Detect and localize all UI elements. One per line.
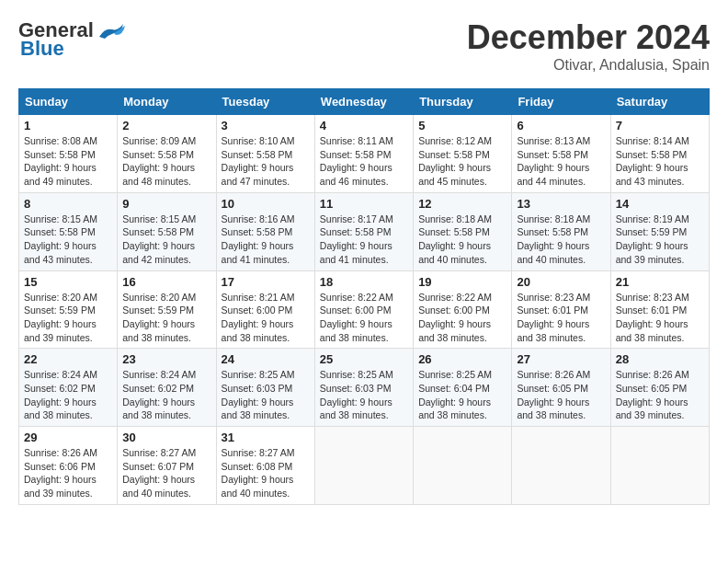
day-info: Sunrise: 8:25 AM Sunset: 6:03 PM Dayligh…	[320, 368, 408, 422]
day-number: 15	[24, 275, 112, 289]
day-number: 9	[122, 197, 210, 211]
day-info: Sunrise: 8:15 AM Sunset: 5:58 PM Dayligh…	[24, 213, 112, 267]
day-number: 23	[122, 352, 210, 366]
day-info: Sunrise: 8:16 AM Sunset: 5:58 PM Dayligh…	[222, 213, 310, 267]
day-info: Sunrise: 8:08 AM Sunset: 5:58 PM Dayligh…	[24, 134, 112, 189]
calendar-day-cell: 5Sunrise: 8:12 AM Sunset: 5:58 PM Daylig…	[414, 115, 512, 193]
calendar-day-cell: 26Sunrise: 8:25 AM Sunset: 6:04 PM Dayli…	[414, 349, 512, 427]
calendar-day-cell: 4Sunrise: 8:11 AM Sunset: 5:58 PM Daylig…	[314, 115, 413, 193]
day-number: 2	[122, 119, 210, 132]
day-number: 21	[616, 275, 704, 289]
day-info: Sunrise: 8:22 AM Sunset: 6:00 PM Dayligh…	[320, 291, 408, 345]
day-info: Sunrise: 8:23 AM Sunset: 6:01 PM Dayligh…	[517, 291, 605, 345]
day-number: 28	[616, 352, 704, 366]
day-info: Sunrise: 8:26 AM Sunset: 6:05 PM Dayligh…	[517, 368, 605, 422]
calendar-day-cell: 10Sunrise: 8:16 AM Sunset: 5:58 PM Dayli…	[216, 192, 314, 270]
calendar-day-cell: 3Sunrise: 8:10 AM Sunset: 5:58 PM Daylig…	[216, 115, 314, 193]
day-number: 30	[122, 431, 210, 444]
day-number: 14	[616, 197, 704, 211]
calendar-day-cell: 9Sunrise: 8:15 AM Sunset: 5:58 PM Daylig…	[118, 192, 216, 270]
day-number: 25	[320, 352, 408, 366]
day-number: 13	[517, 197, 605, 211]
calendar-day-cell: 28Sunrise: 8:26 AM Sunset: 6:05 PM Dayli…	[610, 349, 709, 427]
calendar-body: 1Sunrise: 8:08 AM Sunset: 5:58 PM Daylig…	[19, 115, 710, 505]
day-number: 18	[320, 275, 408, 289]
calendar-day-cell: 22Sunrise: 8:24 AM Sunset: 6:02 PM Dayli…	[19, 349, 118, 427]
calendar-day-cell: 7Sunrise: 8:14 AM Sunset: 5:58 PM Daylig…	[610, 115, 709, 193]
day-info: Sunrise: 8:20 AM Sunset: 5:59 PM Dayligh…	[24, 291, 112, 345]
calendar-day-cell: 2Sunrise: 8:09 AM Sunset: 5:58 PM Daylig…	[118, 115, 216, 193]
calendar-day-cell: 17Sunrise: 8:21 AM Sunset: 6:00 PM Dayli…	[216, 270, 314, 349]
empty-cell	[610, 427, 709, 505]
day-info: Sunrise: 8:17 AM Sunset: 5:58 PM Dayligh…	[320, 213, 408, 267]
day-number: 3	[222, 119, 310, 132]
day-info: Sunrise: 8:15 AM Sunset: 5:58 PM Dayligh…	[122, 213, 210, 267]
calendar-col-saturday: Saturday	[610, 89, 709, 115]
day-number: 11	[320, 197, 408, 211]
calendar-day-cell: 23Sunrise: 8:24 AM Sunset: 6:02 PM Dayli…	[118, 349, 216, 427]
calendar-day-cell: 27Sunrise: 8:26 AM Sunset: 6:05 PM Dayli…	[512, 349, 610, 427]
calendar-week-row: 15Sunrise: 8:20 AM Sunset: 5:59 PM Dayli…	[19, 270, 710, 349]
day-number: 31	[222, 431, 310, 444]
day-info: Sunrise: 8:27 AM Sunset: 6:07 PM Dayligh…	[122, 446, 210, 500]
day-info: Sunrise: 8:23 AM Sunset: 6:01 PM Dayligh…	[616, 291, 704, 345]
day-number: 5	[418, 119, 506, 132]
page-header: General Blue December 2024 Otivar, Andal…	[18, 18, 710, 74]
calendar-header-row: SundayMondayTuesdayWednesdayThursdayFrid…	[19, 89, 710, 115]
calendar-day-cell: 21Sunrise: 8:23 AM Sunset: 6:01 PM Dayli…	[610, 270, 709, 349]
day-info: Sunrise: 8:18 AM Sunset: 5:58 PM Dayligh…	[517, 213, 605, 267]
calendar-col-thursday: Thursday	[414, 89, 512, 115]
calendar-day-cell: 1Sunrise: 8:08 AM Sunset: 5:58 PM Daylig…	[19, 115, 118, 193]
day-info: Sunrise: 8:24 AM Sunset: 6:02 PM Dayligh…	[122, 368, 210, 422]
day-info: Sunrise: 8:09 AM Sunset: 5:58 PM Dayligh…	[122, 134, 210, 189]
calendar-day-cell: 8Sunrise: 8:15 AM Sunset: 5:58 PM Daylig…	[19, 192, 118, 270]
calendar-day-cell: 11Sunrise: 8:17 AM Sunset: 5:58 PM Dayli…	[314, 192, 413, 270]
calendar-day-cell: 6Sunrise: 8:13 AM Sunset: 5:58 PM Daylig…	[512, 115, 610, 193]
calendar-day-cell: 24Sunrise: 8:25 AM Sunset: 6:03 PM Dayli…	[216, 349, 314, 427]
day-number: 1	[24, 119, 112, 132]
day-number: 10	[222, 197, 310, 211]
calendar-day-cell: 25Sunrise: 8:25 AM Sunset: 6:03 PM Dayli…	[314, 349, 413, 427]
day-number: 6	[517, 119, 605, 132]
day-number: 20	[517, 275, 605, 289]
day-number: 4	[320, 119, 408, 132]
day-number: 16	[122, 275, 210, 289]
calendar-col-wednesday: Wednesday	[314, 89, 413, 115]
day-number: 27	[517, 352, 605, 366]
day-number: 19	[418, 275, 506, 289]
day-info: Sunrise: 8:26 AM Sunset: 6:05 PM Dayligh…	[616, 368, 704, 422]
empty-cell	[314, 427, 413, 505]
calendar-day-cell: 31Sunrise: 8:27 AM Sunset: 6:08 PM Dayli…	[216, 427, 314, 505]
day-number: 22	[24, 352, 112, 366]
calendar-day-cell: 19Sunrise: 8:22 AM Sunset: 6:00 PM Dayli…	[414, 270, 512, 349]
calendar-day-cell: 18Sunrise: 8:22 AM Sunset: 6:00 PM Dayli…	[314, 270, 413, 349]
day-info: Sunrise: 8:21 AM Sunset: 6:00 PM Dayligh…	[222, 291, 310, 345]
calendar-col-sunday: Sunday	[19, 89, 118, 115]
day-number: 8	[24, 197, 112, 211]
calendar-day-cell: 13Sunrise: 8:18 AM Sunset: 5:58 PM Dayli…	[512, 192, 610, 270]
day-info: Sunrise: 8:26 AM Sunset: 6:06 PM Dayligh…	[24, 446, 112, 500]
calendar-day-cell: 16Sunrise: 8:20 AM Sunset: 5:59 PM Dayli…	[118, 270, 216, 349]
day-info: Sunrise: 8:25 AM Sunset: 6:04 PM Dayligh…	[418, 368, 506, 422]
day-info: Sunrise: 8:24 AM Sunset: 6:02 PM Dayligh…	[24, 368, 112, 422]
calendar-day-cell: 30Sunrise: 8:27 AM Sunset: 6:07 PM Dayli…	[118, 427, 216, 505]
day-info: Sunrise: 8:11 AM Sunset: 5:58 PM Dayligh…	[320, 134, 408, 189]
day-number: 29	[24, 431, 112, 444]
calendar-week-row: 8Sunrise: 8:15 AM Sunset: 5:58 PM Daylig…	[19, 192, 710, 270]
empty-cell	[512, 427, 610, 505]
calendar-col-tuesday: Tuesday	[216, 89, 314, 115]
calendar-week-row: 1Sunrise: 8:08 AM Sunset: 5:58 PM Daylig…	[19, 115, 710, 193]
day-info: Sunrise: 8:10 AM Sunset: 5:58 PM Dayligh…	[222, 134, 310, 189]
calendar-col-friday: Friday	[512, 89, 610, 115]
calendar-day-cell: 20Sunrise: 8:23 AM Sunset: 6:01 PM Dayli…	[512, 270, 610, 349]
day-number: 26	[418, 352, 506, 366]
day-info: Sunrise: 8:18 AM Sunset: 5:58 PM Dayligh…	[418, 213, 506, 267]
day-number: 12	[418, 197, 506, 211]
empty-cell	[414, 427, 512, 505]
day-info: Sunrise: 8:13 AM Sunset: 5:58 PM Dayligh…	[517, 134, 605, 189]
calendar-day-cell: 29Sunrise: 8:26 AM Sunset: 6:06 PM Dayli…	[19, 427, 118, 505]
day-info: Sunrise: 8:12 AM Sunset: 5:58 PM Dayligh…	[418, 134, 506, 189]
day-number: 17	[222, 275, 310, 289]
day-number: 7	[616, 119, 704, 132]
day-info: Sunrise: 8:20 AM Sunset: 5:59 PM Dayligh…	[122, 291, 210, 345]
